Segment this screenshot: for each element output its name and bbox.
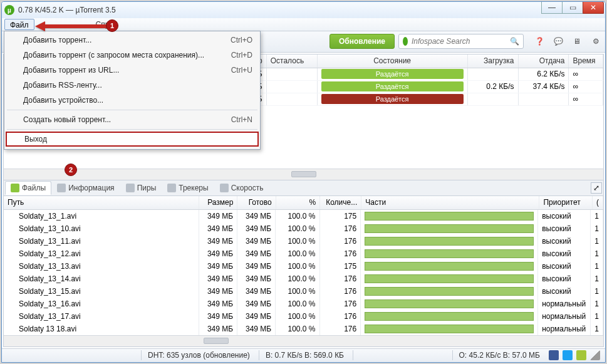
cell-count: 176	[320, 323, 361, 335]
tab-peers[interactable]: Пиры	[120, 181, 162, 195]
menu-exit[interactable]: Выход	[6, 132, 259, 147]
resize-grip-icon[interactable]	[590, 350, 600, 360]
remote-icon[interactable]: 🖥	[571, 36, 583, 47]
cell-more: 1	[591, 222, 603, 235]
tab-files[interactable]: Файлы	[5, 181, 51, 195]
col-count[interactable]: Количе...	[320, 196, 361, 209]
cell-done: 349 МБ	[237, 210, 276, 222]
col-fsize[interactable]: Размер	[199, 196, 237, 209]
expand-details-button[interactable]: ⤢	[591, 182, 602, 194]
menu-file[interactable]: Файл	[4, 19, 34, 30]
detail-tabs: Файлы Информация Пиры Трекеры Скорость ⤢	[4, 180, 603, 196]
col-down[interactable]: Загрузка	[468, 55, 519, 68]
search-box[interactable]: 🔍	[398, 34, 524, 49]
info-icon	[57, 184, 66, 192]
cell-state: Раздаётся	[318, 81, 468, 93]
file-row[interactable]: Soldaty_13_15.avi349 МБ349 МБ100.0 %176в…	[4, 285, 603, 298]
cell-pct: 100.0 %	[276, 260, 319, 273]
minimize-button[interactable]: —	[541, 1, 563, 14]
app-icon: µ	[4, 5, 14, 15]
cell-parts	[361, 273, 538, 285]
col-path[interactable]: Путь	[4, 196, 199, 209]
cell-fsize: 349 МБ	[199, 247, 237, 260]
files-hscrollbar[interactable]	[4, 335, 603, 346]
col-pct[interactable]: %	[276, 196, 321, 209]
maximize-button[interactable]: ▭	[562, 1, 583, 14]
torrent-hscrollbar[interactable]	[4, 169, 603, 180]
cell-pct: 100.0 %	[276, 298, 319, 310]
col-up[interactable]: Отдача	[519, 55, 569, 68]
cell-fsize: 349 МБ	[199, 222, 237, 235]
cell-fsize: 349 МБ	[199, 298, 237, 310]
status-dht: DHT: 635 узлов (обновление)	[141, 350, 250, 360]
cell-count: 175	[320, 210, 361, 222]
annotation-callout-2: 2	[65, 164, 77, 176]
cell-state: Раздаётся	[318, 93, 468, 105]
col-parts[interactable]: Части	[361, 196, 539, 209]
tab-trackers[interactable]: Трекеры	[162, 181, 214, 195]
cell-done: 349 МБ	[237, 310, 276, 323]
file-row[interactable]: Soldaty_13_13.avi349 МБ349 МБ100.0 %175в…	[4, 260, 603, 273]
cell-remain	[267, 93, 318, 105]
menu-add-device[interactable]: Добавить устройство...	[6, 93, 259, 108]
menu-add-torrent-ask[interactable]: Добавить торрент (с запросом места сохра…	[6, 48, 259, 63]
menu-add-torrent[interactable]: Добавить торрент...Ctrl+O	[6, 33, 259, 48]
col-done[interactable]: Готово	[237, 196, 276, 209]
file-row[interactable]: Soldaty_13_14.avi349 МБ349 МБ100.0 %176в…	[4, 273, 603, 285]
cell-prio: высокий	[538, 273, 591, 285]
menu-add-url[interactable]: Добавить торрент из URL...Ctrl+U	[6, 63, 259, 78]
col-more[interactable]: (	[593, 196, 603, 209]
cell-fsize: 349 МБ	[199, 260, 237, 273]
menu-add-rss[interactable]: Добавить RSS-ленту...	[6, 78, 259, 93]
cell-count: 176	[320, 273, 361, 285]
tab-info[interactable]: Информация	[51, 181, 120, 195]
cell-parts	[361, 222, 538, 235]
col-remain[interactable]: Осталось	[267, 55, 318, 68]
file-row[interactable]: Soldaty_13_16.avi349 МБ349 МБ100.0 %176н…	[4, 298, 603, 310]
file-row[interactable]: Soldaty_13_12.avi349 МБ349 МБ100.0 %176в…	[4, 247, 603, 260]
status-up: О: 45.2 КБ/с В: 57.0 МБ	[452, 350, 540, 360]
cell-path: Soldaty_13_1.avi	[4, 210, 199, 222]
android-icon[interactable]	[576, 350, 586, 360]
chat-icon[interactable]: 💬	[553, 36, 564, 47]
cell-done: 349 МБ	[237, 222, 276, 235]
col-state[interactable]: Состояние	[318, 55, 468, 68]
files-icon	[11, 184, 19, 192]
file-row[interactable]: Soldaty_13_17.avi349 МБ349 МБ100.0 %176н…	[4, 310, 603, 323]
col-prio[interactable]: Приоритет	[539, 196, 593, 209]
file-row[interactable]: Soldaty_13_11.avi349 МБ349 МБ100.0 %176в…	[4, 235, 603, 247]
file-row[interactable]: Soldaty 13 18.avi349 МБ349 МБ100.0 %176н…	[4, 323, 603, 335]
cell-remain	[267, 68, 318, 80]
close-button[interactable]: ✕	[583, 1, 604, 14]
cell-path: Soldaty 13 18.avi	[4, 323, 199, 335]
cell-more: 1	[591, 273, 603, 285]
settings-icon[interactable]: ⚙	[590, 36, 601, 47]
cell-count: 176	[320, 285, 361, 298]
col-time[interactable]: Время	[569, 55, 603, 68]
cell-prio: нормальный	[538, 323, 591, 335]
search-input[interactable]	[412, 37, 506, 46]
cell-path: Soldaty_13_13.avi	[4, 260, 199, 273]
cell-path: Soldaty_13_15.avi	[4, 285, 199, 298]
cell-pct: 100.0 %	[276, 222, 319, 235]
titlebar: µ 0.78 K/45.2 K — µTorrent 3.5 — ▭ ✕	[2, 2, 605, 18]
cell-time: ∞	[569, 81, 603, 93]
update-button[interactable]: Обновление	[329, 34, 395, 49]
help-icon[interactable]: ❓	[534, 36, 545, 47]
menu-create-torrent[interactable]: Создать новый торрент...Ctrl+N	[6, 112, 259, 127]
facebook-icon[interactable]	[549, 350, 559, 360]
cell-count: 175	[320, 260, 361, 273]
tab-speed[interactable]: Скорость	[214, 181, 269, 195]
cell-pct: 100.0 %	[276, 210, 319, 222]
file-row[interactable]: Soldaty_13_10.avi349 МБ349 МБ100.0 %176в…	[4, 222, 603, 235]
cell-more: 1	[591, 247, 603, 260]
file-row[interactable]: Soldaty_13_1.avi349 МБ349 МБ100.0 %175вы…	[4, 210, 603, 222]
cell-fsize: 349 МБ	[199, 273, 237, 285]
search-icon[interactable]: 🔍	[510, 37, 519, 46]
cell-count: 176	[320, 247, 361, 260]
twitter-icon[interactable]	[563, 350, 573, 360]
cell-fsize: 349 МБ	[199, 210, 237, 222]
cell-prio: высокий	[538, 210, 591, 222]
cell-prio: высокий	[538, 247, 591, 260]
cell-path: Soldaty_13_14.avi	[4, 273, 199, 285]
